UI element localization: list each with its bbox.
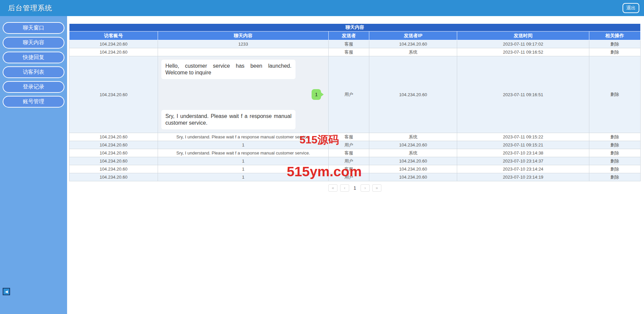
cell-visitor-account: 104.234.20.60 bbox=[69, 48, 158, 56]
cell-send-time: 2023-07-11 09:17:02 bbox=[457, 40, 589, 48]
cell-send-time: 2023-07-10 23:14:37 bbox=[457, 157, 589, 165]
cell-visitor-account: 104.234.20.60 bbox=[69, 141, 158, 149]
column-header-3: 发送者 bbox=[329, 32, 369, 40]
delete-link[interactable]: 删除 bbox=[610, 50, 619, 55]
cell-chat-content: 1 bbox=[158, 157, 328, 165]
cell-visitor-account: 104.234.20.60 bbox=[69, 133, 158, 141]
chat-content-table: 聊天内容 访客账号聊天内容发送者发送者IP发送时间相关操作 104.234.20… bbox=[69, 23, 641, 181]
delete-link[interactable]: 删除 bbox=[610, 175, 619, 180]
cell-visitor-account: 104.234.20.60 bbox=[69, 149, 158, 157]
sidebar-item-5[interactable]: 登录记录 bbox=[3, 81, 64, 93]
cell-sender-ip: 104.234.20.60 bbox=[369, 40, 457, 48]
cell-sender-ip: 系统 bbox=[369, 48, 457, 56]
content-area: 聊天内容 访客账号聊天内容发送者发送者IP发送时间相关操作 104.234.20… bbox=[67, 16, 644, 314]
sidebar-item-6[interactable]: 账号管理 bbox=[3, 96, 64, 108]
sidebar-menu: 聊天窗口聊天内容快捷回复访客列表登录记录账号管理 bbox=[0, 22, 67, 108]
cell-send-time: 2023-07-11 09:16:51 bbox=[457, 56, 589, 133]
sidebar-item-1[interactable]: 聊天窗口 bbox=[3, 22, 64, 34]
cell-chat-content: Sry, I understand. Please wait f a respo… bbox=[158, 133, 328, 141]
pagination-last-button[interactable]: » bbox=[372, 184, 381, 192]
table-title-row: 聊天内容 bbox=[69, 24, 641, 32]
cell-sender-ip: 104.234.20.60 bbox=[369, 165, 457, 173]
cell-actions: 删除 bbox=[589, 133, 640, 141]
cell-actions: 删除 bbox=[589, 173, 640, 181]
column-header-5: 发送时间 bbox=[457, 32, 589, 40]
chat-bubble-service: Hello, customer service has been launche… bbox=[161, 60, 296, 79]
cell-chat-content: 1 bbox=[158, 173, 328, 181]
chat-bubble-user: 1 bbox=[312, 89, 321, 100]
cell-send-time: 2023-07-11 09:15:21 bbox=[457, 141, 589, 149]
table-row: 104.234.20.601233客服104.234.20.602023-07-… bbox=[69, 40, 641, 48]
chat-window-preview: Hello, customer service has been launche… bbox=[159, 57, 328, 132]
cell-sender-ip: 系统 bbox=[369, 133, 457, 141]
table-row: 104.234.20.60Sry, I understand. Please w… bbox=[69, 149, 641, 157]
delete-link[interactable]: 删除 bbox=[610, 150, 619, 155]
cell-chat-content: 1 bbox=[158, 141, 328, 149]
cell-chat-content bbox=[158, 48, 328, 56]
page-number: 1 bbox=[354, 185, 356, 191]
cell-visitor-account: 104.234.20.60 bbox=[69, 173, 158, 181]
sidebar: 聊天窗口聊天内容快捷回复访客列表登录记录账号管理 ◀ bbox=[0, 16, 67, 314]
table-title: 聊天内容 bbox=[69, 24, 641, 32]
delete-link[interactable]: 删除 bbox=[610, 42, 619, 47]
logout-button[interactable]: 退出 bbox=[623, 3, 639, 13]
cell-sender-ip: 104.234.20.60 bbox=[369, 56, 457, 133]
cell-sender-ip: 104.234.20.60 bbox=[369, 141, 457, 149]
cell-visitor-account: 104.234.20.60 bbox=[69, 157, 158, 165]
sidebar-item-2[interactable]: 聊天内容 bbox=[3, 37, 64, 49]
cell-sender: 客服 bbox=[329, 149, 369, 157]
cell-send-time: 2023-07-11 09:16:52 bbox=[457, 48, 589, 56]
cell-actions: 删除 bbox=[589, 157, 640, 165]
cell-actions: 删除 bbox=[589, 40, 640, 48]
column-header-4: 发送者IP bbox=[369, 32, 457, 40]
table-row: 104.234.20.601用户104.234.20.602023-07-10 … bbox=[69, 173, 641, 181]
delete-link[interactable]: 删除 bbox=[610, 167, 619, 172]
sidebar-collapse-button[interactable]: ◀ bbox=[3, 288, 10, 295]
cell-send-time: 2023-07-10 23:14:38 bbox=[457, 149, 589, 157]
main-layout: 聊天窗口聊天内容快捷回复访客列表登录记录账号管理 ◀ 聊天内容 访客账号聊天内容… bbox=[0, 16, 644, 314]
cell-chat-content: Hello, customer service has been launche… bbox=[158, 56, 328, 133]
cell-actions: 删除 bbox=[589, 165, 640, 173]
cell-chat-content: Sry, I understand. Please wait f a respo… bbox=[158, 149, 328, 157]
column-header-6: 相关操作 bbox=[589, 32, 640, 40]
table-row: 104.234.20.601客服104.234.20.602023-07-10 … bbox=[69, 165, 641, 173]
table-body: 104.234.20.601233客服104.234.20.602023-07-… bbox=[69, 40, 641, 181]
cell-visitor-account: 104.234.20.60 bbox=[69, 56, 158, 133]
page-title: 后台管理系统 bbox=[8, 3, 52, 13]
cell-actions: 删除 bbox=[589, 48, 640, 56]
cell-sender: 客服 bbox=[329, 165, 369, 173]
table-row: 104.234.20.60Sry, I understand. Please w… bbox=[69, 133, 641, 141]
sidebar-item-3[interactable]: 快捷回复 bbox=[3, 52, 64, 63]
app-header: 后台管理系统 退出 bbox=[0, 0, 644, 16]
delete-link[interactable]: 删除 bbox=[610, 159, 619, 164]
pagination: «‹1›» bbox=[69, 184, 641, 192]
cell-actions: 删除 bbox=[589, 56, 640, 133]
cell-visitor-account: 104.234.20.60 bbox=[69, 40, 158, 48]
column-header-2: 聊天内容 bbox=[158, 32, 328, 40]
table-row: 104.234.20.60Hello, customer service has… bbox=[69, 56, 641, 133]
cell-sender: 客服 bbox=[329, 133, 369, 141]
cell-chat-content: 1233 bbox=[158, 40, 328, 48]
cell-sender: 用户 bbox=[329, 141, 369, 149]
cell-actions: 删除 bbox=[589, 149, 640, 157]
chat-bubble-service: Sry, I understand. Please wait f a respo… bbox=[161, 110, 296, 129]
cell-sender: 用户 bbox=[329, 173, 369, 181]
cell-sender: 用户 bbox=[329, 56, 369, 133]
delete-link[interactable]: 删除 bbox=[610, 142, 619, 147]
cell-sender-ip: 104.234.20.60 bbox=[369, 157, 457, 165]
pagination-next-button[interactable]: › bbox=[361, 184, 370, 192]
pagination-first-button[interactable]: « bbox=[328, 184, 337, 192]
cell-visitor-account: 104.234.20.60 bbox=[69, 165, 158, 173]
table-header-row: 访客账号聊天内容发送者发送者IP发送时间相关操作 bbox=[69, 32, 641, 40]
cell-sender-ip: 104.234.20.60 bbox=[369, 173, 457, 181]
delete-link[interactable]: 删除 bbox=[610, 134, 619, 139]
sidebar-item-4[interactable]: 访客列表 bbox=[3, 66, 64, 78]
delete-link[interactable]: 删除 bbox=[610, 92, 619, 97]
pagination-prev-button[interactable]: ‹ bbox=[340, 184, 349, 192]
cell-sender: 客服 bbox=[329, 40, 369, 48]
cell-actions: 删除 bbox=[589, 141, 640, 149]
table-row: 104.234.20.60客服系统2023-07-11 09:16:52删除 bbox=[69, 48, 641, 56]
column-header-1: 访客账号 bbox=[69, 32, 158, 40]
table-row: 104.234.20.601用户104.234.20.602023-07-10 … bbox=[69, 157, 641, 165]
cell-send-time: 2023-07-11 09:15:22 bbox=[457, 133, 589, 141]
